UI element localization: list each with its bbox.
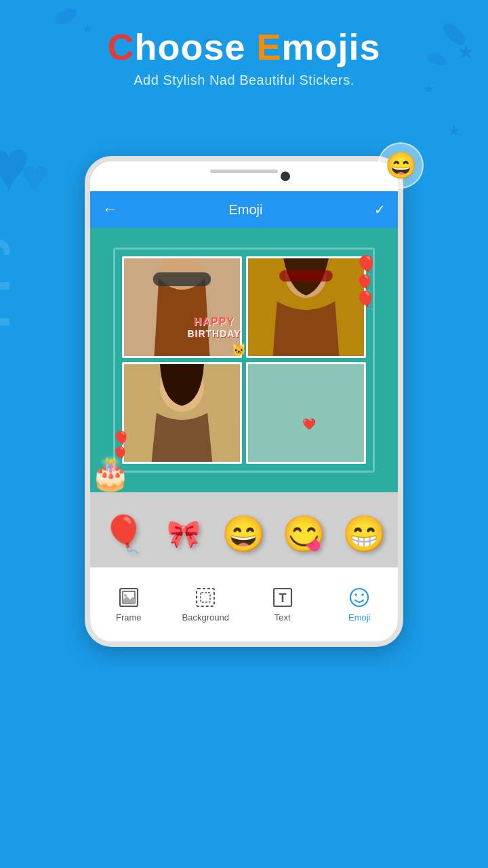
svg-rect-5 xyxy=(279,270,333,281)
toolbar-title: Emoji xyxy=(228,202,262,218)
nav-label-emoji: Emoji xyxy=(348,612,371,623)
title-letter-e: E xyxy=(256,26,281,67)
photo-3 xyxy=(124,364,240,462)
svg-point-17 xyxy=(354,593,357,596)
nav-label-text: Text xyxy=(274,612,291,623)
app-subtitle: Add Stylish Nad Beautiful Stickers. xyxy=(14,73,474,88)
background-icon xyxy=(195,587,216,608)
emoji-icon xyxy=(348,587,370,608)
text-icon: T xyxy=(272,587,293,608)
photo-2 xyxy=(248,258,364,356)
nav-item-frame[interactable]: Frame xyxy=(90,587,167,623)
app-toolbar: ← Emoji ✓ xyxy=(90,191,398,228)
title-rest-choose: hoose xyxy=(134,26,256,67)
phone-top-bar xyxy=(90,161,398,191)
svg-text:T: T xyxy=(279,591,286,605)
bottom-navigation: Frame Background T Text xyxy=(90,567,398,642)
frame-icon xyxy=(118,587,140,608)
collage-grid: HAPPY BIRTHDAY 🎈 🎈 🎈 🎈 🎈 xyxy=(113,248,375,473)
photo-collage-area: HAPPY BIRTHDAY 🎈 🎈 🎈 🎈 🎈 xyxy=(90,228,398,492)
sticker-grin-wide[interactable]: 😁 xyxy=(338,503,391,564)
back-button[interactable]: ← xyxy=(102,201,117,218)
phone-side-button xyxy=(399,243,403,283)
sticker-smile-tongue[interactable]: 😋 xyxy=(277,503,331,564)
nav-item-text[interactable]: T Text xyxy=(244,587,321,623)
photo-1 xyxy=(124,258,240,356)
photo-slot-4[interactable] xyxy=(246,362,366,464)
nav-label-background: Background xyxy=(182,612,229,623)
title-letter-c: C xyxy=(107,26,134,67)
collage-background: HAPPY BIRTHDAY 🎈 🎈 🎈 🎈 🎈 xyxy=(90,228,398,492)
nav-label-frame: Frame xyxy=(116,612,142,623)
nav-item-background[interactable]: Background xyxy=(167,587,245,623)
phone-body: ← Emoji ✓ xyxy=(85,156,403,647)
app-header-section: Choose Emojis Add Stylish Nad Beautiful … xyxy=(0,0,488,95)
nav-item-emoji[interactable]: Emoji xyxy=(321,587,399,623)
sticker-pink-balloon[interactable]: 🎀 xyxy=(157,503,211,564)
photo-slot-1[interactable] xyxy=(122,256,242,358)
photo-slot-2[interactable] xyxy=(246,256,366,358)
svg-rect-8 xyxy=(248,364,364,462)
confirm-button[interactable]: ✓ xyxy=(374,201,386,218)
svg-rect-13 xyxy=(201,593,210,602)
photo-slot-3[interactable] xyxy=(122,362,242,464)
sticker-balloon-cluster[interactable]: 🎈 xyxy=(97,503,150,564)
main-title: Choose Emojis xyxy=(14,27,474,67)
phone-mockup: 😄 ← Emoji ✓ xyxy=(85,156,403,647)
svg-rect-2 xyxy=(153,273,211,287)
phone-notch xyxy=(210,170,278,173)
svg-point-16 xyxy=(350,589,368,606)
title-rest-mojis: mojis xyxy=(282,26,381,67)
sticker-grin[interactable]: 😄 xyxy=(218,503,271,564)
phone-camera xyxy=(281,172,290,181)
svg-rect-12 xyxy=(197,589,214,606)
svg-point-11 xyxy=(124,594,127,597)
svg-point-18 xyxy=(361,593,364,596)
floating-emoji-button[interactable]: 😄 xyxy=(378,142,424,189)
